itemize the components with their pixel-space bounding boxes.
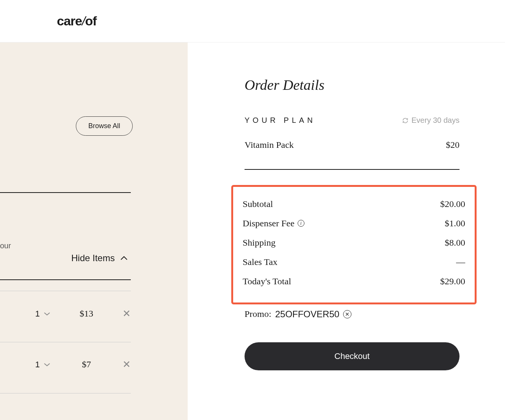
sales-tax-label: Sales Tax — [243, 257, 278, 267]
total-value: $29.00 — [440, 276, 465, 287]
divider — [245, 169, 460, 170]
cart-item-row: 1 $7 ✕ — [0, 359, 131, 370]
chevron-down-icon — [44, 363, 50, 367]
header: care/of — [0, 0, 505, 42]
item-price: $13 — [77, 309, 96, 319]
info-icon[interactable]: i — [298, 220, 304, 227]
plan-header-row: YOUR PLAN Every 30 days — [245, 116, 460, 125]
cost-summary-box: Subtotal $20.00 Dispenser Fee i $1.00 Sh… — [231, 185, 477, 304]
quantity-value: 1 — [35, 309, 40, 319]
subtotal-value: $20.00 — [440, 199, 465, 209]
logo[interactable]: care/of — [57, 14, 97, 28]
logo-part1: care — [57, 14, 82, 28]
quantity-select[interactable]: 1 — [35, 360, 50, 370]
shipping-label: Shipping — [243, 238, 276, 248]
item-divider — [0, 291, 131, 291]
order-details-title: Order Details — [245, 77, 460, 93]
sales-tax-row: Sales Tax — — [243, 252, 465, 272]
item-divider — [0, 342, 131, 342]
refresh-icon — [402, 118, 408, 124]
logo-part2: of — [85, 14, 96, 28]
dispenser-fee-row: Dispenser Fee i $1.00 — [243, 214, 465, 233]
content: Browse All our Hide Items 1 $13 ✕ 1 $7 ✕ — [0, 42, 505, 420]
subtotal-label: Subtotal — [243, 199, 273, 209]
remove-promo-button[interactable]: ✕ — [343, 310, 351, 318]
frequency-group: Every 30 days — [402, 116, 460, 125]
your-plan-label: YOUR PLAN — [245, 116, 316, 125]
dispenser-fee-value: $1.00 — [445, 218, 465, 229]
promo-row: Promo: 25OFFOVER50 ✕ — [245, 309, 460, 320]
promo-code: 25OFFOVER50 — [275, 309, 339, 320]
left-panel: Browse All our Hide Items 1 $13 ✕ 1 $7 ✕ — [0, 42, 188, 420]
remove-item-button[interactable]: ✕ — [122, 308, 131, 320]
partial-text: our — [0, 241, 11, 250]
plan-item-row: Vitamin Pack $20 — [245, 140, 460, 150]
hide-items-label: Hide Items — [71, 253, 115, 263]
dispenser-fee-label-group: Dispenser Fee i — [243, 218, 304, 229]
promo-prefix: Promo: — [245, 309, 271, 319]
quantity-select[interactable]: 1 — [35, 309, 50, 319]
chevron-down-icon — [44, 312, 50, 316]
item-price: $7 — [77, 359, 96, 370]
dispenser-fee-label: Dispenser Fee — [243, 218, 295, 229]
shipping-row: Shipping $8.00 — [243, 233, 465, 252]
remove-item-button[interactable]: ✕ — [122, 359, 131, 370]
browse-all-button[interactable]: Browse All — [76, 116, 133, 136]
frequency-text: Every 30 days — [411, 116, 460, 125]
shipping-value: $8.00 — [445, 238, 465, 248]
plan-item-price: $20 — [446, 140, 460, 150]
divider — [0, 192, 131, 193]
right-panel: Order Details YOUR PLAN Every 30 days Vi… — [188, 42, 505, 420]
total-row: Today's Total $29.00 — [243, 272, 465, 291]
sales-tax-value: — — [456, 257, 465, 267]
chevron-up-icon — [120, 256, 128, 260]
total-label: Today's Total — [243, 276, 291, 287]
plan-item-name: Vitamin Pack — [245, 140, 294, 150]
cart-item-row: 1 $13 ✕ — [0, 308, 131, 320]
checkout-button[interactable]: Checkout — [245, 342, 460, 370]
subtotal-row: Subtotal $20.00 — [243, 194, 465, 214]
item-divider — [0, 393, 131, 393]
divider — [0, 279, 131, 280]
quantity-value: 1 — [35, 360, 40, 370]
hide-items-toggle[interactable]: Hide Items — [71, 253, 128, 263]
